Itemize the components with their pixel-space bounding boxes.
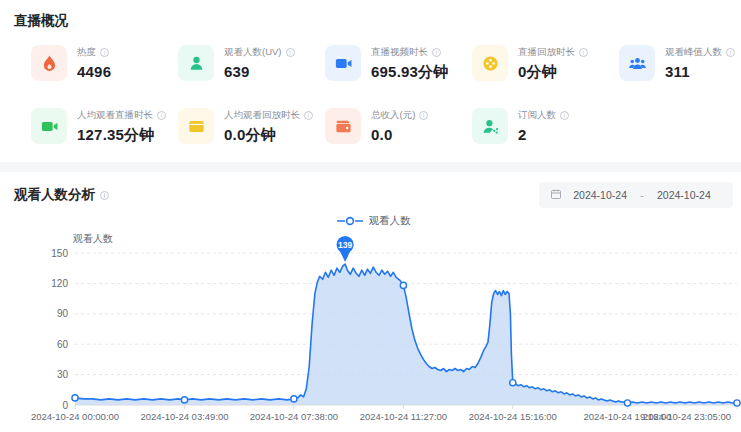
stat-card: 直播视频时长 i 695.93分钟 <box>325 45 472 82</box>
data-point-marker <box>72 395 78 401</box>
analysis-section: 观看人数分析 i 2024-10-24 - 2024-10-24 观看人数 <box>0 172 741 229</box>
stat-value: 2 <box>518 126 569 143</box>
legend-item-viewers[interactable]: 观看人数 <box>337 212 411 230</box>
info-icon[interactable]: i <box>100 191 109 200</box>
x-tick-label: 2024-10-24 03:49:00 <box>140 411 228 422</box>
y-tick-label: 150 <box>51 248 68 259</box>
x-tick-label: 2024-10-24 23:05:00 <box>643 411 731 422</box>
y-axis-name: 观看人数 <box>72 233 113 244</box>
info-icon[interactable]: i <box>432 48 441 57</box>
overview-section: 直播概况 热度 i 4496 观看人数(UV) i 639 直播视频时长 i <box>0 0 741 145</box>
person-icon <box>178 45 214 81</box>
stat-card: 直播回放时长 i 0分钟 <box>472 45 619 82</box>
calendar-icon <box>550 186 562 204</box>
stat-card: 总收入(元) i 0.0 <box>325 108 472 145</box>
x-tick-label: 2024-10-24 15:16:00 <box>469 411 557 422</box>
date-separator: - <box>638 189 646 201</box>
y-tick-label: 60 <box>57 339 69 350</box>
flame-icon <box>31 45 67 81</box>
stat-label: 观看峰值人数 <box>665 46 722 59</box>
stat-value: 695.93分钟 <box>371 63 448 82</box>
x-tick-label: 2024-10-24 11:27:00 <box>360 411 448 422</box>
data-point-marker <box>291 396 297 402</box>
info-icon[interactable]: i <box>157 111 166 120</box>
stat-label: 总收入(元) <box>371 109 415 122</box>
info-icon[interactable]: i <box>579 48 588 57</box>
max-point-label: 139 <box>338 240 352 250</box>
legend-label: 观看人数 <box>369 214 411 228</box>
video-camera-icon <box>31 108 67 144</box>
date-end[interactable]: 2024-10-24 <box>646 189 722 201</box>
stat-label: 直播回放时长 <box>518 46 575 59</box>
date-start[interactable]: 2024-10-24 <box>562 189 638 201</box>
stat-card: 热度 i 4496 <box>31 45 178 82</box>
stat-value: 4496 <box>77 63 111 80</box>
stat-value: 0分钟 <box>518 63 588 82</box>
video-camera-icon <box>325 45 361 81</box>
info-icon[interactable]: i <box>286 48 295 57</box>
stat-label: 人均观看直播时长 <box>77 109 153 122</box>
data-point-marker <box>400 282 406 288</box>
stat-value: 127.35分钟 <box>77 126 166 145</box>
stat-card: 观看峰值人数 i 311 <box>619 45 741 82</box>
data-point-marker <box>510 380 516 386</box>
stat-value: 639 <box>224 63 295 80</box>
overview-title-text: 直播概况 <box>14 12 68 30</box>
y-tick-label: 0 <box>62 400 68 411</box>
stat-label: 订阅人数 <box>518 109 556 122</box>
wallet-icon <box>325 108 361 144</box>
line-series-legend-icon <box>337 212 363 230</box>
group-icon <box>619 45 655 81</box>
section-divider <box>0 162 741 172</box>
subscriber-icon <box>472 108 508 144</box>
x-tick-label: 2024-10-24 00:00:00 <box>31 411 119 422</box>
stat-card: 人均观看直播时长 i 127.35分钟 <box>31 108 178 145</box>
film-reel-icon <box>472 45 508 81</box>
stat-value: 0.0 <box>371 126 428 143</box>
y-tick-label: 90 <box>57 308 69 319</box>
stats-grid: 热度 i 4496 观看人数(UV) i 639 直播视频时长 i 695.93… <box>31 45 741 145</box>
card-icon <box>178 108 214 144</box>
stat-card: 人均观看回放时长 i 0.0分钟 <box>178 108 325 145</box>
analysis-title-text: 观看人数分析 <box>14 186 95 204</box>
y-tick-label: 120 <box>51 278 68 289</box>
analysis-title: 观看人数分析 i <box>14 186 109 204</box>
info-icon[interactable]: i <box>560 111 569 120</box>
viewers-chart: 0306090120150观看人数2024-10-24 00:00:002024… <box>0 231 741 427</box>
stat-value: 311 <box>665 63 735 80</box>
date-range-picker[interactable]: 2024-10-24 - 2024-10-24 <box>539 182 733 208</box>
stat-label: 观看人数(UV) <box>224 46 282 59</box>
stat-card: 观看人数(UV) i 639 <box>178 45 325 82</box>
max-point-pin: 139 <box>337 236 354 262</box>
analysis-header: 观看人数分析 i 2024-10-24 - 2024-10-24 <box>14 182 733 208</box>
x-tick-label: 2024-10-24 07:38:00 <box>250 411 338 422</box>
data-point-marker <box>624 400 630 406</box>
chart-legend: 观看人数 <box>14 213 733 229</box>
info-icon[interactable]: i <box>304 111 313 120</box>
stat-label: 直播视频时长 <box>371 46 428 59</box>
stat-label: 人均观看回放时长 <box>224 109 300 122</box>
data-point-marker <box>734 400 740 406</box>
info-icon[interactable]: i <box>419 111 428 120</box>
stat-label: 热度 <box>77 46 96 59</box>
stat-card: 订阅人数 i 2 <box>472 108 619 145</box>
overview-title: 直播概况 <box>14 12 741 30</box>
stat-value: 0.0分钟 <box>224 126 313 145</box>
data-point-marker <box>181 397 187 403</box>
info-icon[interactable]: i <box>100 48 109 57</box>
y-tick-label: 30 <box>57 369 69 380</box>
info-icon[interactable]: i <box>726 48 735 57</box>
